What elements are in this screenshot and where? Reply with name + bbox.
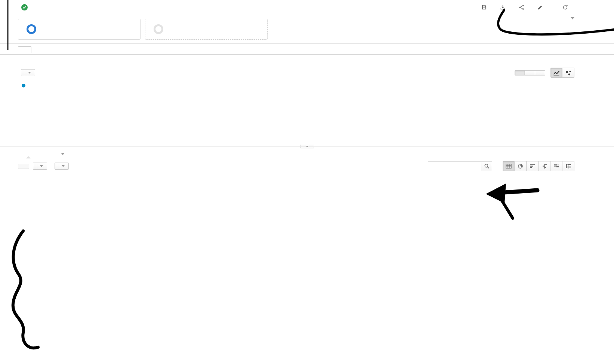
- term-cloud-view-button[interactable]: [550, 161, 562, 171]
- chart-controls: [0, 63, 614, 81]
- save-icon: [481, 4, 487, 10]
- export-icon: [500, 4, 506, 10]
- motion-chart-view-button[interactable]: [562, 68, 574, 78]
- table-search: [428, 161, 492, 171]
- table-view-switcher: [503, 161, 574, 171]
- term-cloud-view-icon: [553, 164, 559, 169]
- insights-button[interactable]: [558, 2, 575, 12]
- save-button[interactable]: [477, 2, 494, 12]
- edit-icon: [537, 4, 543, 10]
- tab-explorer[interactable]: [18, 46, 31, 53]
- secondary-dimension-dropdown[interactable]: [33, 163, 47, 170]
- percentage-view-icon: [518, 163, 523, 169]
- pivot-view-icon: [565, 164, 571, 169]
- plot-rows-button[interactable]: [18, 164, 29, 169]
- pivot-view-button[interactable]: [562, 161, 574, 171]
- chevron-down-icon: [62, 165, 65, 167]
- granularity-group: [515, 70, 545, 75]
- insights-icon: [562, 4, 568, 10]
- primary-dimension-bar: [0, 147, 614, 159]
- users-timeseries-chart: [21, 89, 568, 138]
- sub-tabs: [0, 55, 614, 63]
- table-toolbar: [0, 159, 614, 175]
- rows-squiggle-annotation: [13, 231, 38, 348]
- header-actions: [477, 2, 575, 12]
- dimension-other-dropdown[interactable]: [59, 153, 65, 155]
- granularity-week[interactable]: [525, 70, 535, 75]
- line-chart-icon: [553, 70, 560, 75]
- chevron-down-icon: [306, 146, 309, 147]
- analytics-report-page: [0, 0, 614, 364]
- chart-legend: [22, 84, 614, 87]
- line-chart-view-button[interactable]: [550, 68, 562, 78]
- table-view-button[interactable]: [503, 161, 515, 171]
- percentage-view-button[interactable]: [515, 161, 527, 171]
- sort-type-dropdown[interactable]: [55, 163, 69, 170]
- edit-button[interactable]: [533, 2, 550, 12]
- chevron-down-icon: [571, 17, 574, 19]
- segment-bar: [0, 14, 614, 44]
- performance-view-icon: [530, 164, 536, 169]
- segment-ring-icon: [27, 24, 36, 34]
- motion-chart-icon: [565, 70, 572, 75]
- chart-canvas: [21, 89, 568, 138]
- segment-all-users[interactable]: [18, 19, 141, 40]
- chart-type-group: [550, 68, 574, 78]
- search-icon: [484, 163, 490, 169]
- goals-arrow-tail: [501, 199, 513, 218]
- granularity-month[interactable]: [535, 70, 545, 75]
- metric-dropdown[interactable]: [21, 69, 35, 76]
- top-bar: [0, 0, 614, 14]
- share-icon: [519, 4, 524, 10]
- goals-arrow-head: [486, 183, 506, 203]
- header-divider: [554, 3, 554, 11]
- tab-strip: [0, 46, 614, 55]
- verified-badge-icon: [21, 4, 28, 11]
- add-segment-ring-icon: [154, 24, 163, 34]
- comparison-view-button[interactable]: [539, 161, 550, 171]
- performance-view-button[interactable]: [527, 161, 539, 171]
- granularity-day[interactable]: [515, 70, 525, 75]
- legend-dot-icon: [22, 84, 25, 87]
- search-input[interactable]: [428, 161, 481, 171]
- add-segment-button[interactable]: [145, 19, 268, 40]
- chevron-down-icon: [28, 72, 31, 74]
- table-view-icon: [506, 164, 512, 169]
- comparison-view-icon: [542, 164, 547, 169]
- search-button[interactable]: [481, 161, 492, 171]
- export-button[interactable]: [496, 2, 513, 12]
- date-range-selector[interactable]: [568, 17, 574, 19]
- share-button[interactable]: [514, 2, 531, 12]
- goals-arrow-bar: [499, 190, 537, 193]
- chart-x-axis-labels: [21, 138, 568, 145]
- chevron-down-icon: [61, 153, 65, 155]
- chevron-down-icon: [40, 165, 43, 167]
